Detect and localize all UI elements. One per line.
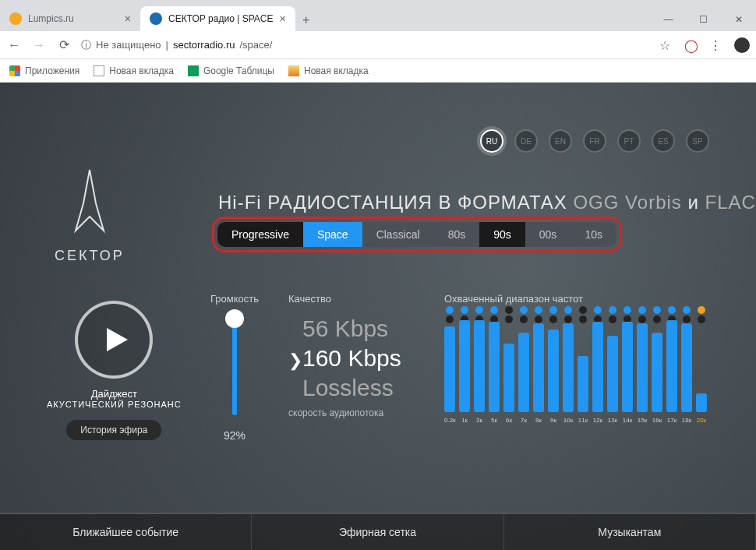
frequency-tick: 18к xyxy=(681,417,692,424)
bookmark-label: Новая вкладка xyxy=(304,65,369,76)
bookmarks-bar: Приложения Новая вкладка Google Таблицы … xyxy=(0,59,756,83)
frequency-tick: 20к xyxy=(696,417,707,424)
new-tab-button[interactable]: + xyxy=(295,9,317,31)
menu-icon[interactable]: ⋮ xyxy=(709,38,723,52)
quality-column: Качество 56 Kbps❯160 KbpsLossless скорос… xyxy=(288,293,401,418)
bottom-nav: Ближайшее событиеЭфирная сеткаМузыкантам xyxy=(0,513,756,550)
frequency-bar xyxy=(622,319,633,412)
quality-value: Lossless xyxy=(302,375,394,401)
browser-tab[interactable]: Lumpics.ru × xyxy=(0,6,140,31)
genre-tab[interactable]: 90s xyxy=(479,222,525,247)
close-icon[interactable]: × xyxy=(279,12,285,25)
bottom-nav-item[interactable]: Ближайшее событие xyxy=(0,514,252,550)
digest-subtitle: АКУСТИЧЕСКИЙ РЕЗОНАНС xyxy=(47,400,182,409)
quality-value: 56 Kbps xyxy=(302,316,388,342)
bottom-nav-item[interactable]: Эфирная сетка xyxy=(252,514,503,550)
bookmark-item[interactable]: Новая вкладка xyxy=(94,65,174,76)
reload-button[interactable]: ⟳ xyxy=(56,37,72,53)
genre-tab[interactable]: Classical xyxy=(362,222,434,247)
frequency-label: Охваченный диапазон частот xyxy=(444,293,707,305)
lang-option[interactable]: FR xyxy=(583,129,606,153)
minimize-button[interactable]: — xyxy=(651,8,686,31)
frequency-tick: 8к xyxy=(533,417,544,424)
page-icon xyxy=(94,65,104,76)
apps-button[interactable]: Приложения xyxy=(9,65,79,76)
frequency-bar xyxy=(652,319,662,412)
frequency-bar xyxy=(533,319,544,412)
url-path: /space/ xyxy=(239,39,272,51)
forward-button: → xyxy=(31,37,47,53)
frequency-tick: 9к xyxy=(548,417,559,424)
genre-tab[interactable]: Space xyxy=(303,222,362,247)
security-label: Не защищено xyxy=(96,39,161,51)
url-host: sectorradio.ru xyxy=(173,39,235,51)
frequency-bar xyxy=(666,319,677,412)
quality-option[interactable]: Lossless xyxy=(288,375,401,404)
address-bar: ← → ⟳ ⓘ Не защищено | sectorradio.ru/spa… xyxy=(0,31,756,59)
frequency-bar xyxy=(503,319,514,412)
lang-option[interactable]: SP xyxy=(686,129,709,153)
frequency-bar xyxy=(592,319,603,412)
back-button[interactable]: ← xyxy=(6,37,22,53)
lang-option[interactable]: ES xyxy=(652,129,675,153)
lang-option[interactable]: RU xyxy=(480,129,503,153)
close-icon[interactable]: × xyxy=(125,12,131,25)
lang-option[interactable]: PT xyxy=(617,129,641,153)
frequency-bar xyxy=(607,319,618,412)
frequency-bar xyxy=(696,319,707,412)
quality-subtitle: скорость аудиопотока xyxy=(288,407,401,418)
frequency-tick: 5к xyxy=(489,417,500,424)
volume-thumb[interactable] xyxy=(225,309,244,328)
tab-title: СЕКТОР радио | SPACE xyxy=(168,13,273,24)
bookmark-label: Новая вкладка xyxy=(109,65,174,76)
brand-name: СЕКТОР xyxy=(55,248,125,264)
genre-tab[interactable]: 10s xyxy=(571,222,616,247)
player-column: Дайджест АКУСТИЧЕСКИЙ РЕЗОНАНС История э… xyxy=(47,301,182,440)
browser-tab[interactable]: СЕКТОР радио | SPACE × xyxy=(140,6,295,31)
lang-option[interactable]: EN xyxy=(549,129,572,153)
headline: Hi-Fi РАДИОСТАНЦИЯ В ФОРМАТАХ OGG Vorbis… xyxy=(218,192,756,213)
volume-slider[interactable] xyxy=(232,314,237,415)
quality-option[interactable]: 56 Kbps xyxy=(288,316,401,345)
opera-icon[interactable]: ◯ xyxy=(684,38,698,52)
url-box[interactable]: ⓘ Не защищено | sectorradio.ru/space/ xyxy=(81,38,650,52)
close-window-button[interactable]: ✕ xyxy=(721,8,756,31)
frequency-bar xyxy=(444,319,455,412)
frequency-bar xyxy=(548,319,559,412)
play-button[interactable] xyxy=(75,301,153,379)
frequency-ticks: 0.2к1к3к5к6к7к8к9к10к11к12к13к14к15к16к1… xyxy=(444,417,707,424)
genre-tab[interactable]: 80s xyxy=(434,222,480,247)
frequency-tick: 1к xyxy=(459,417,470,424)
star-icon[interactable]: ☆ xyxy=(659,38,673,52)
history-button[interactable]: История эфира xyxy=(66,420,161,440)
apps-icon xyxy=(9,65,20,76)
tab-title: Lumpics.ru xyxy=(28,13,74,24)
frequency-bar xyxy=(489,319,500,412)
frequency-tick: 17к xyxy=(666,417,677,424)
site-logo: СЕКТОР xyxy=(55,168,125,264)
bottom-nav-item[interactable]: Музыкантам xyxy=(504,514,756,550)
frequency-tick: 6к xyxy=(503,417,514,424)
genre-tab[interactable]: Progressive xyxy=(217,222,303,247)
window-controls: — ☐ ✕ xyxy=(651,8,756,31)
profile-avatar[interactable] xyxy=(734,37,750,53)
lang-option[interactable]: DE xyxy=(514,129,538,153)
volume-value: 92% xyxy=(210,429,259,442)
bookmark-item[interactable]: Google Таблицы xyxy=(188,65,274,76)
caret-icon: ❯ xyxy=(288,351,302,371)
frequency-bar xyxy=(637,319,648,412)
quality-option[interactable]: ❯160 Kbps xyxy=(288,345,401,375)
frequency-tick: 7к xyxy=(518,417,529,424)
bookmark-item[interactable]: Новая вкладка xyxy=(288,65,369,76)
language-switcher: RUDEENFRPTESSP xyxy=(480,129,709,153)
frequency-bars xyxy=(444,319,707,412)
frequency-tick: 13к xyxy=(607,417,618,424)
frequency-tick: 14к xyxy=(622,417,633,424)
genre-tab[interactable]: 00s xyxy=(525,222,571,247)
frequency-column: Охваченный диапазон частот 0.2к1к3к5к6к7… xyxy=(444,293,707,424)
browser-titlebar: Lumpics.ru × СЕКТОР радио | SPACE × + — … xyxy=(0,0,756,31)
frequency-tick: 0.2к xyxy=(444,417,455,424)
maximize-button[interactable]: ☐ xyxy=(686,8,721,31)
info-icon: ⓘ xyxy=(81,38,91,52)
frequency-tick: 10к xyxy=(563,417,574,424)
